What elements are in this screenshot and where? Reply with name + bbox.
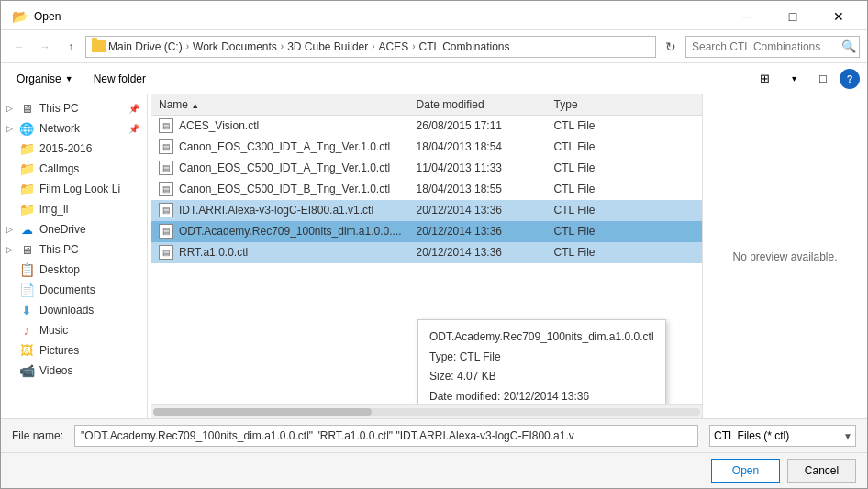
toolbar: Organise ▼ New folder ⊞ ▾ □ ? (1, 63, 867, 94)
breadcrumb-sep: › (186, 41, 189, 51)
tooltip-filename: ODT.Academy.Rec709_100nits_dim.a1.0.0.ct… (429, 328, 654, 348)
file-date: 18/04/2013 18:55 (409, 179, 547, 200)
file-type: CTL File (547, 200, 702, 221)
chevron-down-icon: ▾ (792, 73, 796, 83)
expand-icon: ▷ (5, 245, 14, 254)
file-list: Name Date modified Type ▤ACES_V (151, 94, 702, 404)
horizontal-scrollbar[interactable] (151, 404, 702, 418)
file-name: ACES_Vision.ctl (179, 119, 259, 132)
folder-icon: 📹 (19, 363, 34, 378)
search-input[interactable] (685, 36, 860, 58)
maximize-button[interactable]: □ (772, 6, 814, 28)
table-row[interactable]: ▤ACES_Vision.ctl 26/08/2015 17:11 CTL Fi… (151, 116, 702, 137)
sidebar-label: This PC (39, 102, 79, 115)
sidebar-label: Downloads (39, 304, 94, 317)
forward-button[interactable]: → (34, 36, 56, 58)
scroll-thumb[interactable] (153, 408, 372, 416)
breadcrumb-label: ACES (379, 40, 409, 53)
file-icon: ▤ (159, 203, 173, 217)
sidebar-item-filmlog[interactable]: 📁 Film Log Look Li (1, 179, 147, 199)
minimize-button[interactable]: ─ (726, 6, 768, 28)
file-name: IDT.ARRI.Alexa-v3-logC-EI800.a1.v1.ctl (179, 204, 373, 217)
help-button[interactable]: ? (840, 69, 860, 89)
sidebar-label: Pictures (39, 344, 79, 357)
view-button[interactable]: ⊞ (751, 67, 777, 91)
breadcrumb[interactable]: Main Drive (C:) › Work Documents › 3D Cu… (85, 36, 656, 58)
file-type: CTL File (547, 137, 702, 158)
file-name: Canon_EOS_C300_IDT_A_Tng_Ver.1.0.ctl (179, 140, 390, 153)
sidebar-item-network[interactable]: ▷ 🌐 Network 📌 (1, 118, 147, 139)
up-button[interactable]: ↑ (60, 36, 82, 58)
no-preview-text: No preview available. (732, 250, 837, 263)
refresh-button[interactable]: ↻ (660, 36, 682, 58)
file-name: Canon_EOS_C500_IDT_A_Tng_Ver.1.0.ctl (179, 161, 390, 174)
sidebar-item-music[interactable]: ♪ Music (1, 320, 147, 340)
sidebar-item-pictures[interactable]: 🖼 Pictures (1, 340, 147, 361)
expand-icon: ▷ (5, 104, 14, 113)
file-icon: ▤ (159, 118, 173, 133)
breadcrumb-sep: › (372, 41, 374, 51)
onedrive-icon: ☁ (19, 222, 34, 237)
col-name[interactable]: Name (151, 94, 409, 116)
breadcrumb-item: Work Documents (193, 40, 277, 53)
new-folder-button[interactable]: New folder (85, 67, 154, 91)
sidebar-item-2015-2016[interactable]: 📁 2015-2016 (1, 139, 147, 159)
col-date[interactable]: Date modified (409, 94, 547, 116)
folder-icon: 📁 (19, 182, 34, 196)
sidebar-item-imglit[interactable]: 📁 img_li (1, 199, 147, 219)
tooltip-size: Size: 4.07 KB (429, 367, 654, 387)
file-date: 20/12/2014 13:36 (409, 200, 547, 221)
filename-label: File name: (12, 429, 63, 442)
view-dropdown-button[interactable]: ▾ (781, 67, 807, 91)
pin-icon: 📌 (128, 124, 139, 134)
breadcrumb-item: Main Drive (C:) (92, 40, 183, 53)
file-tooltip: ODT.Academy.Rec709_100nits_dim.a1.0.0.ct… (417, 319, 666, 404)
open-button[interactable]: Open (711, 459, 780, 483)
filename-input[interactable] (74, 425, 698, 447)
cancel-button[interactable]: Cancel (787, 459, 856, 483)
table-row[interactable]: ▤Canon_EOS_C500_IDT_A_Tng_Ver.1.0.ctl 11… (151, 158, 702, 179)
col-type[interactable]: Type (547, 94, 702, 116)
pc-icon: 🖥 (19, 242, 34, 257)
file-type: CTL File (547, 242, 702, 263)
file-date: 11/04/2013 11:33 (409, 158, 547, 179)
sidebar-item-this-pc[interactable]: ▷ 🖥 This PC 📌 (1, 98, 147, 118)
file-date: 26/08/2015 17:11 (409, 116, 547, 137)
sidebar-item-downloads[interactable]: ⬇ Downloads (1, 300, 147, 320)
table-row[interactable]: ▤ODT.Academy.Rec709_100nits_dim.a1.0.0..… (151, 221, 702, 242)
table-row[interactable]: ▤RRT.a1.0.0.ctl 20/12/2014 13:36 CTL Fil… (151, 242, 702, 263)
window-icon: 📂 (12, 9, 27, 24)
table-row[interactable]: ▤Canon_EOS_C500_IDT_B_Tng_Ver.1.0.ctl 18… (151, 179, 702, 200)
pane-toggle-button[interactable]: □ (810, 67, 836, 91)
grid-icon: ⊞ (760, 72, 770, 85)
back-button[interactable]: ← (8, 36, 30, 58)
table-row[interactable]: ▤IDT.ARRI.Alexa-v3-logC-EI800.a1.v1.ctl … (151, 200, 702, 221)
breadcrumb-label: 3D Cube Builder (287, 40, 368, 53)
file-type: CTL File (547, 179, 702, 200)
organise-label: Organise (17, 72, 61, 85)
file-type: CTL File (547, 221, 702, 242)
sidebar-item-desktop[interactable]: 📋 Desktop (1, 260, 147, 280)
search-button[interactable]: 🔍 (841, 39, 856, 53)
close-button[interactable]: ✕ (818, 6, 860, 28)
sidebar-label: Film Log Look Li (39, 183, 120, 195)
search-wrap: 🔍 (685, 36, 860, 58)
sidebar-label: 2015-2016 (39, 142, 92, 155)
sidebar-label: Videos (39, 364, 72, 377)
sidebar-label: Callmgs (39, 162, 79, 175)
address-bar: ← → ↑ Main Drive (C:) › Work Documents ›… (1, 30, 867, 63)
sidebar-item-videos[interactable]: 📹 Videos (1, 361, 147, 381)
folder-icon: 📄 (19, 283, 34, 297)
sidebar-item-onedrive[interactable]: ▷ ☁ OneDrive (1, 219, 147, 239)
sidebar-label: This PC (39, 243, 79, 256)
breadcrumb-item: 3D Cube Builder (287, 40, 368, 53)
table-row[interactable]: ▤Canon_EOS_C300_IDT_A_Tng_Ver.1.0.ctl 18… (151, 137, 702, 158)
organise-button[interactable]: Organise ▼ (8, 67, 82, 91)
sidebar-item-callmgs[interactable]: 📁 Callmgs (1, 159, 147, 179)
filetype-select[interactable]: CTL Files (*.ctl) All Files (*.*) (709, 425, 856, 447)
filetype-select-wrap: CTL Files (*.ctl) All Files (*.*) ▼ (709, 425, 856, 447)
sidebar-item-documents[interactable]: 📄 Documents (1, 280, 147, 300)
file-type: CTL File (547, 158, 702, 179)
pc-icon: 🖥 (19, 101, 34, 116)
sidebar-item-this-pc2[interactable]: ▷ 🖥 This PC (1, 239, 147, 260)
